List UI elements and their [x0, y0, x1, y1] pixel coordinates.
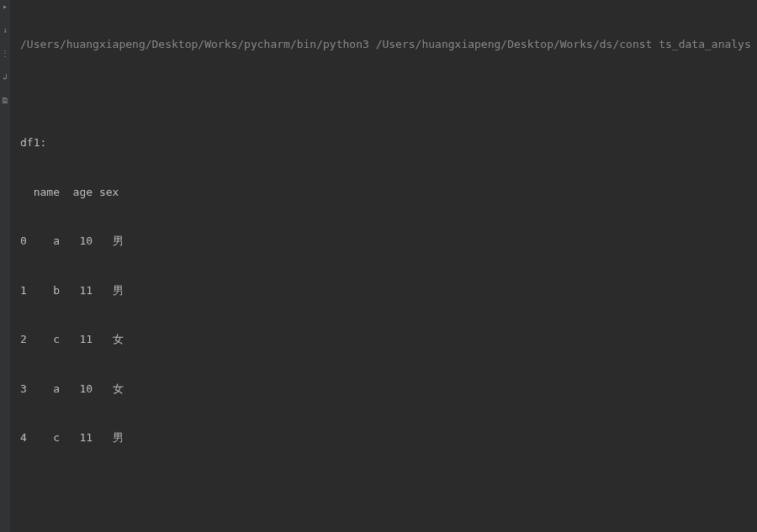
gutter-print-icon: 🗎: [1, 97, 9, 105]
run-command-line: /Users/huangxiapeng/Desktop/Works/pychar…: [20, 36, 750, 53]
console-gutter: ▸ ↓ ⋮ ↲ 🗎: [0, 0, 10, 532]
gutter-wrap-icon: ↲: [1, 73, 9, 82]
section-df1: df1: name age sex 0 a 10 男 1 b 11 男 2 c …: [20, 102, 750, 479]
gutter-down-icon: ↓: [1, 26, 9, 34]
table-row: 4 c 11 男: [20, 429, 750, 446]
gutter-arrow-icon: ▸: [1, 3, 9, 11]
console-output[interactable]: /Users/huangxiapeng/Desktop/Works/pychar…: [10, 0, 757, 532]
blank-line: [20, 528, 750, 532]
table-header: name age sex: [20, 184, 750, 201]
gutter-overflow-icon: ⋮: [1, 50, 9, 58]
table-row: 3 a 10 女: [20, 381, 750, 398]
section-label: df1:: [20, 134, 750, 151]
table-row: 1 b 11 男: [20, 282, 750, 299]
table-row: 0 a 10 男: [20, 233, 750, 250]
table-row: 2 c 11 女: [20, 331, 750, 348]
